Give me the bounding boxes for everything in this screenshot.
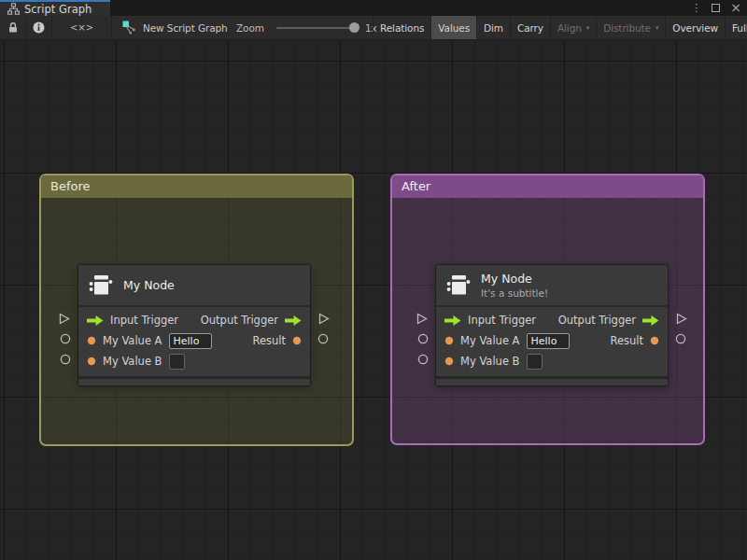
node-header[interactable]: My Node It's a subtitle! [436,265,668,307]
flow-input-port-icon[interactable] [444,315,461,326]
external-flow-output-port[interactable] [318,313,330,325]
port-row-trigger: Input Trigger Output Trigger [436,310,668,330]
port-label: My Value A [103,334,162,347]
script-graph-window: Script Graph ⋮ × [0,0,747,560]
value-input-port-icon[interactable] [87,336,96,345]
values-button[interactable]: Values [430,16,476,39]
port-label: My Value B [103,355,162,368]
external-value-output-port[interactable] [317,333,329,344]
code-preview-button[interactable]: <×> [52,16,111,39]
group-title: After [402,179,430,193]
graph-breadcrumb[interactable]: New Script Graph [122,16,228,39]
full-screen-button[interactable]: Full Screen [725,16,747,39]
lock-icon [7,21,19,34]
zoom-label: Zoom [236,22,264,34]
port-label: My Value A [460,334,520,347]
chevron-down-icon: ▾ [655,24,658,32]
window-controls: ⋮ × [691,0,741,16]
code-icon: <×> [70,22,93,33]
carry-button[interactable]: Carry [510,16,550,39]
node-footer [78,376,310,385]
tab-script-graph[interactable]: Script Graph [0,0,110,16]
external-flow-input-port[interactable] [416,313,428,325]
graph-name-label: New Script Graph [143,22,228,34]
port-row-trigger: Input Trigger Output Trigger [78,310,310,330]
node-title: My Node [481,272,548,286]
value-a-field[interactable] [527,333,570,349]
zoom-slider-track[interactable] [276,27,355,29]
close-icon[interactable]: × [730,0,741,16]
node-my-node-after[interactable]: My Node It's a subtitle! Input Trigger O… [435,264,669,386]
port-label: Input Trigger [468,314,536,327]
chevron-down-icon: ▾ [586,24,589,32]
node-title: My Node [123,278,175,292]
port-row-value-a: My Value A Result [78,330,310,351]
more-menu-icon[interactable]: ⋮ [691,0,701,16]
value-output-port-icon[interactable] [650,336,659,345]
external-value-output-port[interactable] [675,333,686,344]
maximize-icon[interactable] [712,4,720,12]
value-input-port-icon[interactable] [444,336,454,345]
port-label: My Value B [460,355,520,368]
node-footer [436,376,668,385]
value-a-field[interactable] [169,333,212,349]
external-value-input-port[interactable] [417,354,429,365]
flow-output-port-icon[interactable] [285,315,302,326]
external-flow-output-port[interactable] [676,313,687,325]
port-row-value-a: My Value A Result [436,330,668,351]
zoom-slider-handle[interactable] [349,22,359,33]
graph-toolbar: <×> New Script Graph Zoom 1x Relations V… [0,16,747,40]
group-before-header[interactable]: Before [41,175,352,198]
group-after-header[interactable]: After [392,175,703,198]
value-input-port-icon[interactable] [87,357,96,366]
port-label: Result [610,334,643,347]
tab-title: Script Graph [24,3,92,16]
port-label: Result [252,334,286,347]
unit-node-icon [87,273,115,299]
unit-node-icon [444,273,472,299]
align-dropdown[interactable]: Align▾ [550,16,596,39]
graph-hierarchy-icon [7,3,20,15]
port-row-value-b: My Value B [436,351,668,371]
value-b-field[interactable] [169,354,185,370]
external-value-input-port[interactable] [60,354,71,365]
info-icon [33,21,45,34]
toolbar-divider [111,16,112,39]
dim-button[interactable]: Dim [476,16,510,39]
port-label: Input Trigger [110,314,178,327]
external-value-input-port[interactable] [417,333,429,344]
overview-button[interactable]: Overview [665,16,725,39]
relations-button[interactable]: Relations [373,16,430,39]
port-label: Output Trigger [201,314,278,327]
node-subtitle: It's a subtitle! [481,287,548,299]
node-body: Input Trigger Output Trigger My Value A … [436,307,668,376]
external-value-input-port[interactable] [60,333,71,344]
node-body: Input Trigger Output Trigger My Value A … [78,307,310,376]
lock-button[interactable] [0,16,25,39]
distribute-dropdown[interactable]: Distribute▾ [596,16,665,39]
node-header[interactable]: My Node [78,265,310,307]
value-input-port-icon[interactable] [444,357,454,366]
flow-input-port-icon[interactable] [87,315,104,326]
zoom-control: Zoom 1x [236,16,377,39]
value-output-port-icon[interactable] [292,336,302,345]
port-label: Output Trigger [558,314,636,327]
tab-bar: Script Graph ⋮ × [0,0,747,16]
script-graph-asset-icon [122,21,136,35]
value-b-field[interactable] [527,354,543,370]
node-my-node-before[interactable]: My Node Input Trigger Output Trigger My … [78,264,311,386]
flow-output-port-icon[interactable] [642,315,659,326]
toolbar-left-group: <×> [0,16,112,39]
external-flow-input-port[interactable] [59,313,70,325]
toolbar-buttons: Relations Values Dim Carry Align▾ Distri… [373,16,747,39]
port-row-value-b: My Value B [78,351,310,371]
group-title: Before [50,179,91,193]
info-button[interactable] [26,16,51,39]
